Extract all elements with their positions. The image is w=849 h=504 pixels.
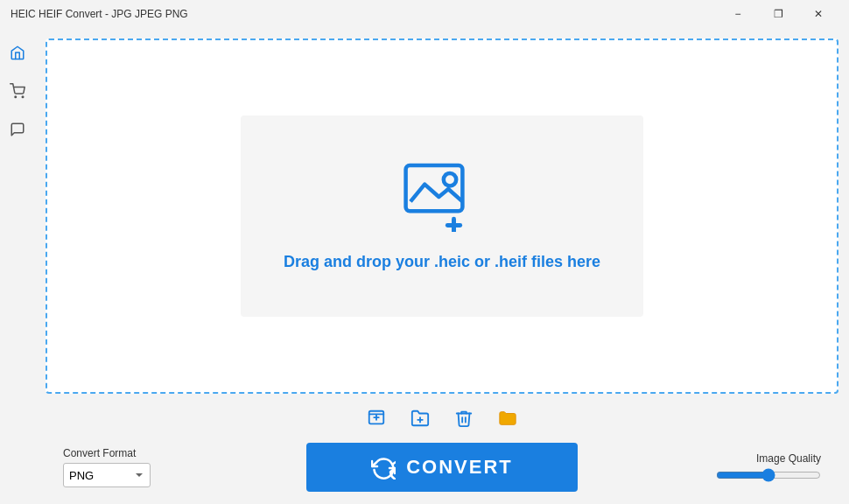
drop-icon	[403, 162, 481, 235]
restore-button[interactable]: ❐	[758, 0, 798, 28]
drop-zone[interactable]: Drag and drop your .heic or .heif files …	[46, 38, 838, 394]
add-folder-icon	[410, 409, 430, 428]
svg-rect-2	[406, 165, 463, 211]
convert-button[interactable]: CONVERT	[306, 443, 578, 492]
svg-point-3	[444, 173, 456, 186]
cart-icon	[10, 83, 25, 99]
quality-label: Image Quality	[756, 452, 821, 465]
delete-icon	[454, 409, 474, 428]
toolbar-row	[46, 402, 838, 434]
format-section: Convert Format PNG JPG JPEG	[63, 447, 168, 487]
format-label: Convert Format	[63, 447, 168, 459]
drop-zone-text: Drag and drop your .heic or .heif files …	[284, 253, 600, 271]
home-icon	[10, 45, 25, 60]
delete-button[interactable]	[449, 403, 479, 433]
sidebar-item-cart[interactable]	[2, 75, 33, 107]
add-folder-button[interactable]	[405, 403, 435, 433]
app-body: Drag and drop your .heic or .heif files …	[0, 28, 849, 504]
svg-point-1	[22, 96, 24, 98]
sidebar-item-home[interactable]	[2, 37, 33, 68]
folder-icon	[498, 409, 517, 428]
close-button[interactable]: ✕	[798, 0, 838, 28]
format-select[interactable]: PNG JPG JPEG	[63, 463, 151, 487]
quality-section: Image Quality	[716, 452, 821, 482]
image-add-icon	[403, 162, 481, 232]
drop-zone-inner: Drag and drop your .heic or .heif files …	[241, 116, 643, 317]
open-folder-button[interactable]	[493, 403, 523, 433]
add-files-button[interactable]	[361, 403, 391, 433]
sidebar	[0, 28, 35, 504]
add-files-icon	[367, 409, 386, 428]
title-bar: HEIC HEIF Convert - JPG JPEG PNG − ❐ ✕	[0, 0, 849, 28]
svg-point-0	[15, 96, 17, 98]
main-content: Drag and drop your .heic or .heif files …	[35, 28, 849, 504]
messages-icon	[10, 122, 25, 137]
bottom-bar: Convert Format PNG JPG JPEG CONVERT	[46, 441, 838, 494]
sidebar-item-messages[interactable]	[2, 114, 33, 145]
window-title: HEIC HEIF Convert - JPG JPEG PNG	[11, 8, 718, 20]
minimize-button[interactable]: −	[718, 0, 758, 28]
convert-button-label: CONVERT	[406, 456, 513, 479]
convert-icon	[371, 455, 396, 480]
window-controls: − ❐ ✕	[718, 0, 838, 28]
quality-slider[interactable]	[716, 468, 821, 482]
